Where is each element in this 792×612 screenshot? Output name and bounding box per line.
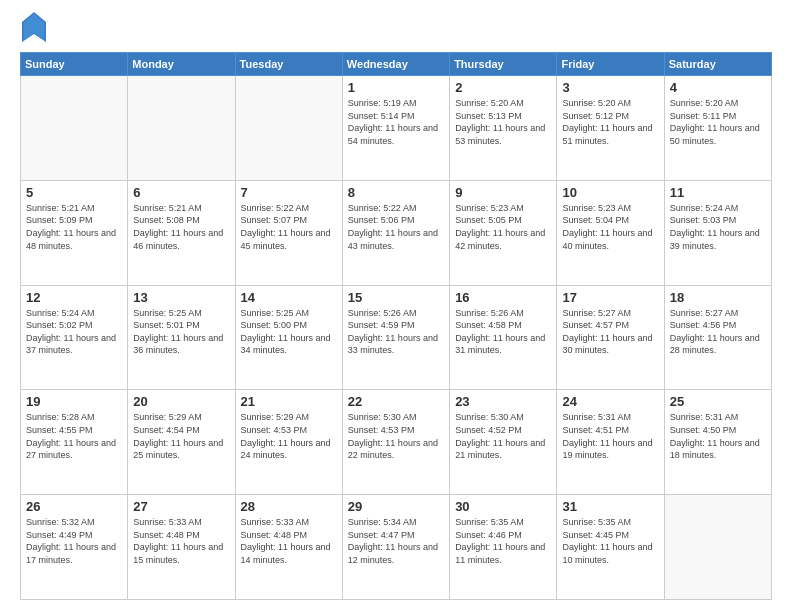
day-info: Sunrise: 5:22 AMSunset: 5:06 PMDaylight:… <box>348 202 444 252</box>
day-number: 1 <box>348 80 444 95</box>
day-info: Sunrise: 5:20 AMSunset: 5:13 PMDaylight:… <box>455 97 551 147</box>
calendar-cell: 5Sunrise: 5:21 AMSunset: 5:09 PMDaylight… <box>21 180 128 285</box>
week-row-2: 12Sunrise: 5:24 AMSunset: 5:02 PMDayligh… <box>21 285 772 390</box>
calendar-cell: 6Sunrise: 5:21 AMSunset: 5:08 PMDaylight… <box>128 180 235 285</box>
day-info: Sunrise: 5:33 AMSunset: 4:48 PMDaylight:… <box>133 516 229 566</box>
weekday-header-monday: Monday <box>128 53 235 76</box>
calendar-cell: 1Sunrise: 5:19 AMSunset: 5:14 PMDaylight… <box>342 76 449 181</box>
week-row-0: 1Sunrise: 5:19 AMSunset: 5:14 PMDaylight… <box>21 76 772 181</box>
day-number: 28 <box>241 499 337 514</box>
calendar-cell: 29Sunrise: 5:34 AMSunset: 4:47 PMDayligh… <box>342 495 449 600</box>
day-info: Sunrise: 5:28 AMSunset: 4:55 PMDaylight:… <box>26 411 122 461</box>
calendar-cell: 23Sunrise: 5:30 AMSunset: 4:52 PMDayligh… <box>450 390 557 495</box>
week-row-3: 19Sunrise: 5:28 AMSunset: 4:55 PMDayligh… <box>21 390 772 495</box>
day-number: 26 <box>26 499 122 514</box>
day-info: Sunrise: 5:21 AMSunset: 5:09 PMDaylight:… <box>26 202 122 252</box>
day-info: Sunrise: 5:25 AMSunset: 5:00 PMDaylight:… <box>241 307 337 357</box>
calendar-cell: 30Sunrise: 5:35 AMSunset: 4:46 PMDayligh… <box>450 495 557 600</box>
day-info: Sunrise: 5:29 AMSunset: 4:53 PMDaylight:… <box>241 411 337 461</box>
calendar-cell: 3Sunrise: 5:20 AMSunset: 5:12 PMDaylight… <box>557 76 664 181</box>
day-number: 20 <box>133 394 229 409</box>
day-info: Sunrise: 5:31 AMSunset: 4:50 PMDaylight:… <box>670 411 766 461</box>
day-info: Sunrise: 5:35 AMSunset: 4:46 PMDaylight:… <box>455 516 551 566</box>
day-number: 8 <box>348 185 444 200</box>
day-info: Sunrise: 5:21 AMSunset: 5:08 PMDaylight:… <box>133 202 229 252</box>
day-info: Sunrise: 5:31 AMSunset: 4:51 PMDaylight:… <box>562 411 658 461</box>
calendar-cell: 15Sunrise: 5:26 AMSunset: 4:59 PMDayligh… <box>342 285 449 390</box>
day-info: Sunrise: 5:32 AMSunset: 4:49 PMDaylight:… <box>26 516 122 566</box>
day-info: Sunrise: 5:25 AMSunset: 5:01 PMDaylight:… <box>133 307 229 357</box>
day-number: 15 <box>348 290 444 305</box>
day-info: Sunrise: 5:30 AMSunset: 4:52 PMDaylight:… <box>455 411 551 461</box>
day-info: Sunrise: 5:26 AMSunset: 4:58 PMDaylight:… <box>455 307 551 357</box>
calendar-cell: 14Sunrise: 5:25 AMSunset: 5:00 PMDayligh… <box>235 285 342 390</box>
calendar-cell <box>664 495 771 600</box>
day-number: 4 <box>670 80 766 95</box>
weekday-header-wednesday: Wednesday <box>342 53 449 76</box>
day-info: Sunrise: 5:23 AMSunset: 5:05 PMDaylight:… <box>455 202 551 252</box>
day-info: Sunrise: 5:27 AMSunset: 4:57 PMDaylight:… <box>562 307 658 357</box>
day-info: Sunrise: 5:27 AMSunset: 4:56 PMDaylight:… <box>670 307 766 357</box>
calendar-cell: 22Sunrise: 5:30 AMSunset: 4:53 PMDayligh… <box>342 390 449 495</box>
calendar-cell: 31Sunrise: 5:35 AMSunset: 4:45 PMDayligh… <box>557 495 664 600</box>
day-number: 11 <box>670 185 766 200</box>
calendar-cell: 21Sunrise: 5:29 AMSunset: 4:53 PMDayligh… <box>235 390 342 495</box>
day-number: 22 <box>348 394 444 409</box>
day-number: 6 <box>133 185 229 200</box>
day-number: 3 <box>562 80 658 95</box>
calendar-cell <box>235 76 342 181</box>
calendar-cell: 25Sunrise: 5:31 AMSunset: 4:50 PMDayligh… <box>664 390 771 495</box>
day-number: 23 <box>455 394 551 409</box>
day-number: 21 <box>241 394 337 409</box>
calendar-cell: 8Sunrise: 5:22 AMSunset: 5:06 PMDaylight… <box>342 180 449 285</box>
day-info: Sunrise: 5:29 AMSunset: 4:54 PMDaylight:… <box>133 411 229 461</box>
calendar-cell: 4Sunrise: 5:20 AMSunset: 5:11 PMDaylight… <box>664 76 771 181</box>
calendar-cell <box>128 76 235 181</box>
day-number: 14 <box>241 290 337 305</box>
logo <box>20 20 46 42</box>
day-number: 24 <box>562 394 658 409</box>
day-number: 5 <box>26 185 122 200</box>
weekday-header-sunday: Sunday <box>21 53 128 76</box>
day-number: 27 <box>133 499 229 514</box>
day-info: Sunrise: 5:33 AMSunset: 4:48 PMDaylight:… <box>241 516 337 566</box>
day-number: 7 <box>241 185 337 200</box>
day-number: 13 <box>133 290 229 305</box>
page: SundayMondayTuesdayWednesdayThursdayFrid… <box>0 0 792 612</box>
weekday-header-saturday: Saturday <box>664 53 771 76</box>
day-number: 17 <box>562 290 658 305</box>
calendar-cell: 28Sunrise: 5:33 AMSunset: 4:48 PMDayligh… <box>235 495 342 600</box>
day-number: 10 <box>562 185 658 200</box>
weekday-header-thursday: Thursday <box>450 53 557 76</box>
day-info: Sunrise: 5:30 AMSunset: 4:53 PMDaylight:… <box>348 411 444 461</box>
weekday-header-tuesday: Tuesday <box>235 53 342 76</box>
day-number: 18 <box>670 290 766 305</box>
day-number: 31 <box>562 499 658 514</box>
calendar-table: SundayMondayTuesdayWednesdayThursdayFrid… <box>20 52 772 600</box>
day-number: 2 <box>455 80 551 95</box>
day-number: 29 <box>348 499 444 514</box>
day-info: Sunrise: 5:24 AMSunset: 5:03 PMDaylight:… <box>670 202 766 252</box>
day-info: Sunrise: 5:23 AMSunset: 5:04 PMDaylight:… <box>562 202 658 252</box>
day-number: 9 <box>455 185 551 200</box>
week-row-1: 5Sunrise: 5:21 AMSunset: 5:09 PMDaylight… <box>21 180 772 285</box>
day-info: Sunrise: 5:34 AMSunset: 4:47 PMDaylight:… <box>348 516 444 566</box>
header <box>20 16 772 42</box>
calendar-cell <box>21 76 128 181</box>
weekday-header-row: SundayMondayTuesdayWednesdayThursdayFrid… <box>21 53 772 76</box>
logo-icon <box>22 12 46 42</box>
calendar-cell: 17Sunrise: 5:27 AMSunset: 4:57 PMDayligh… <box>557 285 664 390</box>
weekday-header-friday: Friday <box>557 53 664 76</box>
day-info: Sunrise: 5:24 AMSunset: 5:02 PMDaylight:… <box>26 307 122 357</box>
calendar-cell: 26Sunrise: 5:32 AMSunset: 4:49 PMDayligh… <box>21 495 128 600</box>
day-number: 12 <box>26 290 122 305</box>
day-info: Sunrise: 5:19 AMSunset: 5:14 PMDaylight:… <box>348 97 444 147</box>
day-number: 19 <box>26 394 122 409</box>
day-info: Sunrise: 5:22 AMSunset: 5:07 PMDaylight:… <box>241 202 337 252</box>
day-number: 25 <box>670 394 766 409</box>
day-number: 30 <box>455 499 551 514</box>
calendar-cell: 12Sunrise: 5:24 AMSunset: 5:02 PMDayligh… <box>21 285 128 390</box>
day-info: Sunrise: 5:20 AMSunset: 5:11 PMDaylight:… <box>670 97 766 147</box>
calendar-cell: 2Sunrise: 5:20 AMSunset: 5:13 PMDaylight… <box>450 76 557 181</box>
day-info: Sunrise: 5:26 AMSunset: 4:59 PMDaylight:… <box>348 307 444 357</box>
